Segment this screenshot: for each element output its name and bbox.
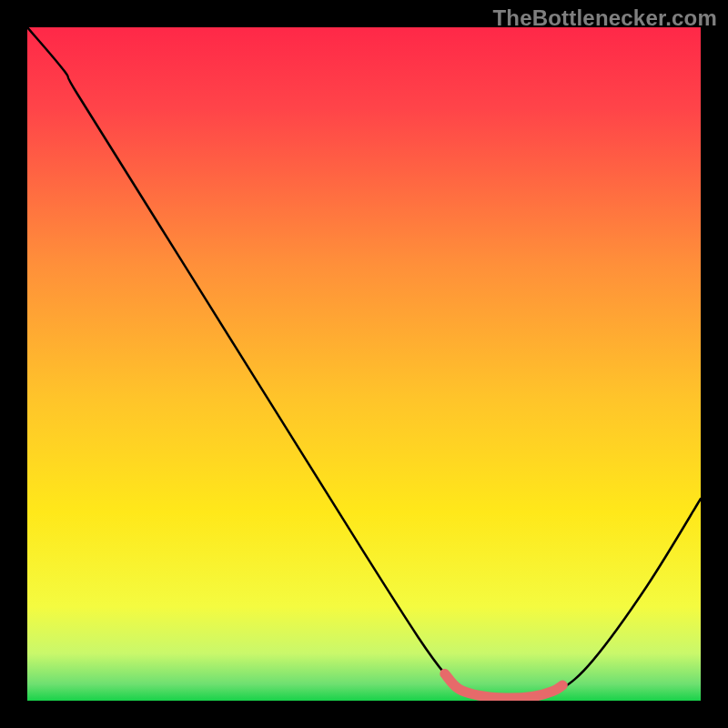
plot-area bbox=[27, 27, 701, 701]
chart-frame: TheBottlenecker.com bbox=[0, 0, 728, 728]
gradient-background bbox=[27, 27, 701, 701]
watermark-text: TheBottlenecker.com bbox=[492, 5, 717, 31]
chart-svg bbox=[27, 27, 701, 701]
